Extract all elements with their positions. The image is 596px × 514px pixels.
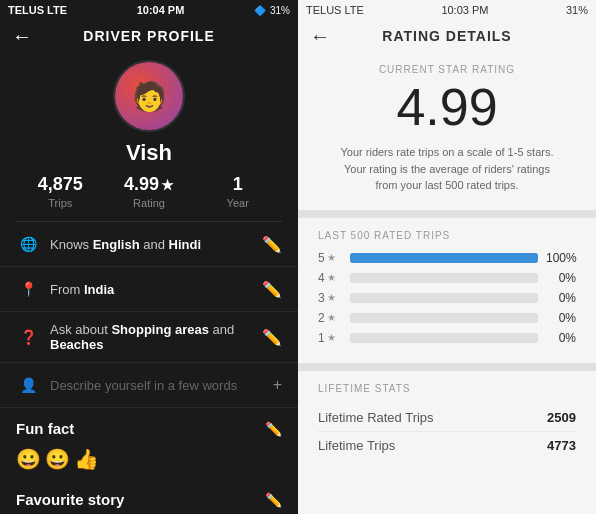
bar-track-1	[350, 333, 538, 343]
section-divider-2	[298, 363, 596, 371]
bar-track-5	[350, 253, 538, 263]
bar-track-3	[350, 293, 538, 303]
lifetime-rated-trips-value: 2509	[547, 410, 576, 425]
year-label: Year	[227, 197, 249, 209]
lifetime-trips-value: 4773	[547, 438, 576, 453]
rating-details-panel: TELUS LTE 10:03 PM 31% ← RATING DETAILS …	[298, 0, 596, 514]
bar-row-2: 2 ★ 0%	[318, 311, 576, 325]
star-1-icon: ★	[327, 332, 336, 343]
bar-pct-3: 0%	[546, 291, 576, 305]
lifetime-section: LIFETIME STATS Lifetime Rated Trips 2509…	[298, 371, 596, 471]
right-nav-title: RATING DETAILS	[382, 28, 511, 44]
lifetime-trips-key: Lifetime Trips	[318, 438, 395, 453]
describe-add-button[interactable]: +	[273, 376, 282, 394]
story-title: Favourite story	[16, 491, 124, 508]
bar-track-4	[350, 273, 538, 283]
profile-section: 🧑 Vish 4,875 Trips 4.99★ Rating 1 Year	[0, 52, 298, 221]
rating-label: Rating	[133, 197, 165, 209]
emoji-smile: 😀	[16, 447, 41, 471]
story-edit-button[interactable]: ✏️	[265, 492, 282, 508]
rating-stat: 4.99★ Rating	[105, 174, 194, 209]
origin-text: From India	[50, 282, 262, 297]
person-icon: 👤	[16, 373, 40, 397]
lifetime-label: LIFETIME STATS	[318, 383, 576, 394]
bar-track-2	[350, 313, 538, 323]
star-5-icon: ★	[327, 252, 336, 263]
emoji-thumbsup: 👍	[74, 447, 99, 471]
interest-1: Shopping areas	[111, 322, 209, 337]
left-back-button[interactable]: ←	[12, 25, 32, 48]
fun-fact-emojis: 😀 😀 👍	[0, 443, 298, 479]
right-carrier: TELUS LTE	[306, 4, 364, 16]
right-battery: 31%	[566, 4, 588, 16]
origin-country: India	[84, 282, 114, 297]
bar-row-4: 4 ★ 0%	[318, 271, 576, 285]
story-header: Favourite story ✏️	[0, 479, 298, 514]
bar-label-3: 3 ★	[318, 291, 342, 305]
left-battery: 🔷 31%	[254, 5, 290, 16]
right-back-button[interactable]: ←	[310, 25, 330, 48]
star-4-icon: ★	[327, 272, 336, 283]
describe-item: 👤 Describe yourself in a few words +	[0, 363, 298, 408]
year-stat: 1 Year	[193, 174, 282, 209]
driver-profile-panel: TELUS LTE 10:04 PM 🔷 31% ← DRIVER PROFIL…	[0, 0, 298, 514]
section-divider-1	[298, 210, 596, 218]
location-icon: 📍	[16, 277, 40, 301]
bluetooth-icon: 🔷	[254, 5, 266, 16]
bar-pct-1: 0%	[546, 331, 576, 345]
left-carrier: TELUS LTE	[8, 4, 67, 16]
globe-icon: 🌐	[16, 232, 40, 256]
lifetime-trips-row: Lifetime Trips 4773	[318, 432, 576, 459]
left-status-bar: TELUS LTE 10:04 PM 🔷 31%	[0, 0, 298, 20]
fun-fact-edit-button[interactable]: ✏️	[265, 421, 282, 437]
fun-fact-header: Fun fact ✏️	[0, 408, 298, 443]
trips-label: Trips	[48, 197, 72, 209]
interests-edit-button[interactable]: ✏️	[262, 328, 282, 347]
right-nav-bar: ← RATING DETAILS	[298, 20, 596, 52]
bar-fill-5	[350, 253, 538, 263]
bar-label-1: 1 ★	[318, 331, 342, 345]
interests-text: Ask about Shopping areas and Beaches	[50, 322, 262, 352]
language-item: 🌐 Knows English and Hindi ✏️	[0, 222, 298, 267]
bar-label-5: 5 ★	[318, 251, 342, 265]
language-english: English	[93, 237, 140, 252]
bar-pct-2: 0%	[546, 311, 576, 325]
left-time: 10:04 PM	[137, 4, 185, 16]
question-icon: ❓	[16, 325, 40, 349]
language-hindi: Hindi	[169, 237, 202, 252]
stats-row: 4,875 Trips 4.99★ Rating 1 Year	[0, 174, 298, 209]
trips-value: 4,875	[38, 174, 83, 195]
bar-row-3: 3 ★ 0%	[318, 291, 576, 305]
language-edit-button[interactable]: ✏️	[262, 235, 282, 254]
last-trips-label: LAST 500 RATED TRIPS	[318, 230, 576, 241]
lifetime-rated-trips-key: Lifetime Rated Trips	[318, 410, 434, 425]
star-icon: ★	[161, 177, 174, 193]
bar-pct-4: 0%	[546, 271, 576, 285]
rating-value: 4.99★	[124, 174, 174, 195]
left-nav-title: DRIVER PROFILE	[83, 28, 214, 44]
rating-section: CURRENT STAR RATING 4.99 Your riders rat…	[298, 52, 596, 210]
info-list: 🌐 Knows English and Hindi ✏️ 📍 From Indi…	[0, 222, 298, 514]
right-status-bar: TELUS LTE 10:03 PM 31%	[298, 0, 596, 20]
avatar: 🧑	[113, 60, 185, 132]
language-text: Knows English and Hindi	[50, 237, 262, 252]
current-rating-label: CURRENT STAR RATING	[318, 64, 576, 75]
current-rating-value: 4.99	[318, 79, 576, 136]
year-value: 1	[233, 174, 243, 195]
trips-section: LAST 500 RATED TRIPS 5 ★ 100% 4 ★ 0% 3 ★…	[298, 218, 596, 363]
interest-2: Beaches	[50, 337, 103, 352]
bar-pct-5: 100%	[546, 251, 576, 265]
origin-edit-button[interactable]: ✏️	[262, 280, 282, 299]
describe-text: Describe yourself in a few words	[50, 378, 273, 393]
bar-label-2: 2 ★	[318, 311, 342, 325]
bar-label-4: 4 ★	[318, 271, 342, 285]
star-2-icon: ★	[327, 312, 336, 323]
emoji-smile2: 😀	[45, 447, 70, 471]
trips-stat: 4,875 Trips	[16, 174, 105, 209]
rating-description: Your riders rate trips on a scale of 1-5…	[318, 144, 576, 194]
interests-item: ❓ Ask about Shopping areas and Beaches ✏…	[0, 312, 298, 363]
fun-fact-title: Fun fact	[16, 420, 74, 437]
star-3-icon: ★	[327, 292, 336, 303]
origin-item: 📍 From India ✏️	[0, 267, 298, 312]
bar-row-1: 1 ★ 0%	[318, 331, 576, 345]
